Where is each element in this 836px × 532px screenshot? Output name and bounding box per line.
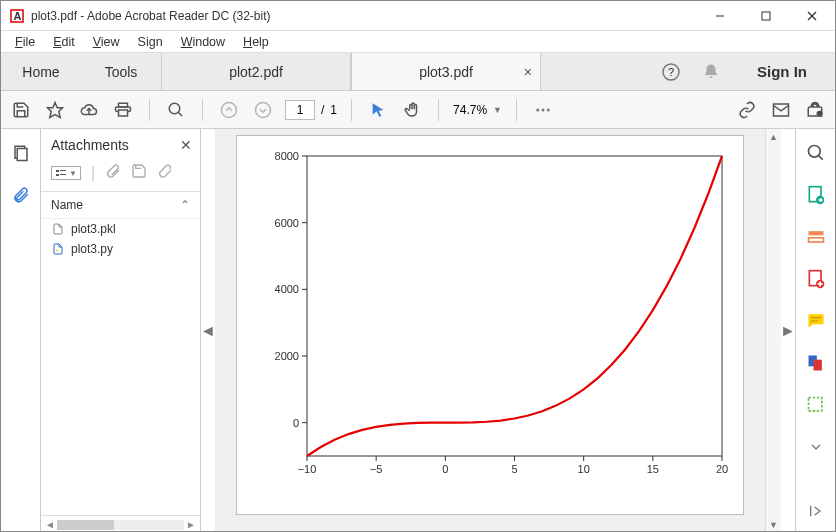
svg-line-55 (818, 156, 822, 160)
attachment-row[interactable]: plot3.py (41, 239, 200, 259)
bell-icon[interactable] (699, 60, 723, 84)
close-tab-icon[interactable]: × (524, 64, 532, 80)
collapse-rail-icon[interactable] (804, 499, 828, 523)
tab-tools[interactable]: Tools (81, 53, 161, 90)
svg-rect-24 (56, 170, 59, 172)
zoom-value: 74.7% (453, 103, 487, 117)
maximize-button[interactable] (743, 1, 789, 31)
tabbar: Home Tools plot2.pdf plot3.pdf × ? Sign … (1, 53, 835, 91)
tab-doc-plot3[interactable]: plot3.pdf × (351, 53, 541, 90)
hand-icon[interactable] (400, 98, 424, 122)
attachment-label: plot3.py (71, 242, 113, 256)
splitter-left[interactable]: ◄ (201, 129, 215, 532)
svg-text:8000: 8000 (275, 150, 299, 162)
more-icon[interactable] (531, 98, 555, 122)
signin-button[interactable]: Sign In (739, 53, 825, 90)
svg-text:?: ? (668, 66, 674, 78)
svg-point-16 (536, 108, 539, 111)
scroll-left-icon[interactable]: ◄ (45, 519, 55, 530)
sort-icon[interactable]: ⌃ (180, 198, 190, 212)
add-attachment-icon[interactable] (157, 163, 173, 183)
svg-rect-27 (60, 174, 66, 175)
chevron-down-icon[interactable] (804, 435, 828, 459)
attachment-label: plot3.pkl (71, 222, 116, 236)
attachments-rail-icon[interactable] (9, 183, 33, 207)
pdf-page: −10−50510152002000400060008000 (236, 135, 744, 515)
menu-sign[interactable]: Sign (130, 33, 171, 51)
menu-help[interactable]: Help (235, 33, 277, 51)
page-number-input[interactable] (285, 100, 315, 120)
save-icon[interactable] (9, 98, 33, 122)
help-icon[interactable]: ? (659, 60, 683, 84)
thumbnails-icon[interactable] (9, 141, 33, 165)
svg-text:−5: −5 (370, 463, 383, 475)
page-total: 1 (330, 103, 337, 117)
print-icon[interactable] (111, 98, 135, 122)
tab-doc-plot2-label: plot2.pdf (229, 64, 283, 80)
vscrollbar[interactable]: ▲ ▼ (765, 129, 781, 532)
page-down-icon[interactable] (251, 98, 275, 122)
attachment-row[interactable]: plot3.pkl (41, 219, 200, 239)
scroll-down-icon[interactable]: ▼ (766, 517, 781, 532)
right-rail (795, 129, 835, 532)
zoom-dropdown-icon[interactable]: ▼ (493, 105, 502, 115)
svg-text:0: 0 (442, 463, 448, 475)
svg-text:5: 5 (511, 463, 517, 475)
app-icon: A (9, 8, 25, 24)
comment-icon[interactable] (804, 309, 828, 333)
search-icon[interactable] (164, 98, 188, 122)
splitter-right[interactable]: ► (781, 129, 795, 532)
svg-point-18 (547, 108, 550, 111)
menu-file[interactable]: File (7, 33, 43, 51)
create-pdf-icon[interactable] (804, 267, 828, 291)
edit-pdf-icon[interactable] (804, 225, 828, 249)
organize-icon[interactable] (804, 393, 828, 417)
share-icon[interactable]: + (803, 98, 827, 122)
chart: −10−50510152002000400060008000 (237, 136, 745, 516)
link-icon[interactable] (735, 98, 759, 122)
star-icon[interactable] (43, 98, 67, 122)
svg-rect-11 (119, 110, 128, 116)
svg-text:0: 0 (293, 417, 299, 429)
scroll-up-icon[interactable]: ▲ (766, 129, 781, 145)
svg-point-17 (541, 108, 544, 111)
close-panel-icon[interactable]: ✕ (180, 137, 192, 153)
save-attachment-icon[interactable] (131, 163, 147, 183)
svg-text:−10: −10 (298, 463, 317, 475)
svg-point-14 (222, 102, 237, 117)
page-up-icon[interactable] (217, 98, 241, 122)
file-icon (51, 242, 65, 256)
tab-home[interactable]: Home (1, 53, 81, 90)
panel-hscroll[interactable]: ◄ ► (41, 515, 200, 532)
scroll-right-icon[interactable]: ► (186, 519, 196, 530)
minimize-button[interactable] (697, 1, 743, 31)
svg-rect-26 (56, 174, 59, 176)
menu-window[interactable]: Window (173, 33, 233, 51)
svg-rect-67 (813, 360, 821, 371)
svg-text:10: 10 (578, 463, 590, 475)
titlebar: A plot3.pdf - Adobe Acrobat Reader DC (3… (1, 1, 835, 31)
svg-point-28 (56, 250, 58, 252)
mail-icon[interactable] (769, 98, 793, 122)
export-pdf-icon[interactable] (804, 183, 828, 207)
left-rail (1, 129, 41, 532)
search-tool-icon[interactable] (804, 141, 828, 165)
pointer-icon[interactable] (366, 98, 390, 122)
panel-options-icon[interactable]: ▼ (51, 166, 81, 180)
menu-view[interactable]: View (85, 33, 128, 51)
svg-point-12 (169, 103, 180, 114)
document-view[interactable]: −10−50510152002000400060008000 (215, 129, 765, 532)
svg-rect-68 (808, 398, 821, 411)
content: Attachments ✕ ▼ | Name ⌃ plot3.pkl plot3… (1, 129, 835, 532)
svg-rect-3 (762, 12, 770, 20)
close-window-button[interactable] (789, 1, 835, 31)
combine-icon[interactable] (804, 351, 828, 375)
cloud-upload-icon[interactable] (77, 98, 101, 122)
open-attachment-icon[interactable] (105, 163, 121, 183)
menu-edit[interactable]: Edit (45, 33, 83, 51)
svg-text:A: A (14, 10, 22, 22)
tab-doc-plot2[interactable]: plot2.pdf (161, 53, 351, 90)
col-name[interactable]: Name (51, 198, 83, 212)
svg-text:+: + (818, 109, 823, 118)
svg-rect-25 (60, 170, 66, 171)
